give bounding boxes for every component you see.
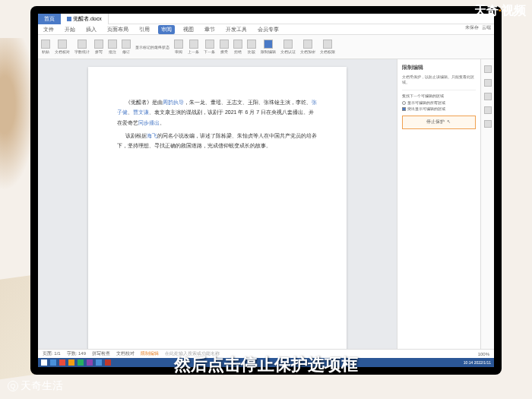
menu-member[interactable]: 会员专享 xyxy=(255,26,281,33)
document-canvas[interactable]: 《觉醒者》是由周韵执导，朱一龙、童瑶、王志文、王阳、张珠铨主演，李乾、张子健、曹… xyxy=(38,59,397,349)
menu-file[interactable]: 文件 xyxy=(41,26,56,33)
ribbon-proof[interactable]: 文档校对 xyxy=(55,40,70,54)
vtool-style-icon[interactable] xyxy=(484,79,492,87)
review-icon xyxy=(174,40,183,49)
ribbon-compare[interactable]: 比较 xyxy=(247,40,256,54)
panel-section-label: 查找下一个可编辑的区域 xyxy=(402,93,476,98)
radio-show-all[interactable]: 显示可编辑的所有区域 xyxy=(402,100,476,105)
next-icon xyxy=(205,40,214,49)
ribbon-comment[interactable]: 批注 xyxy=(108,40,117,54)
prev-icon xyxy=(189,40,198,49)
app-home-tab[interactable]: 首页 xyxy=(38,14,61,24)
status-restrict[interactable]: 限制编辑 xyxy=(141,350,159,357)
status-doccheck[interactable]: 文档校对 xyxy=(116,350,135,357)
ribbon-display[interactable]: 显示标记的最终状态 xyxy=(135,45,169,49)
content-area: 《觉醒者》是由周韵执导，朱一龙、童瑶、王志文、王阳、张珠铨主演，李乾、张子健、曹… xyxy=(38,59,494,349)
stop-protection-button[interactable]: 停止保护 ↖ xyxy=(402,116,476,129)
word-icon xyxy=(67,17,71,21)
paragraph-1: 《觉醒者》是由周韵执导，朱一龙、童瑶、王志文、王阳、张珠铨主演，李乾、张子健、曹… xyxy=(117,97,318,128)
restrict-editing-panel: 限制编辑 文档受保护，以防止误编辑。只能查看此区域。 查找下一个可编辑的区域 显… xyxy=(397,59,480,349)
ribbon-encrypt[interactable]: 文档加密 xyxy=(300,40,315,54)
ribbon-spell[interactable]: 拼写 xyxy=(94,40,103,54)
ribbon: 粘贴 文档校对 字数统计 拼写 批注 修订 显示标记的最终状态 审阅 上一条 下… xyxy=(38,35,494,59)
status-spell[interactable]: 拼写检查 xyxy=(92,350,110,357)
screen: 首页 觉醒者.docx 文件 开始 插入 页面布局 引用 审阅 视图 章节 开发… xyxy=(38,14,494,367)
menu-dev[interactable]: 开发工具 xyxy=(223,26,249,33)
page: 《觉醒者》是由周韵执导，朱一龙、童瑶、王志文、王阳、张珠铨主演，李乾、张子健、曹… xyxy=(88,67,347,349)
encrypt-icon xyxy=(303,40,312,49)
watermark-bottom: Q 天奇生活 xyxy=(8,379,63,393)
task-app-icon[interactable] xyxy=(78,359,84,366)
paste-icon xyxy=(41,40,50,49)
cloud-label: 云端 xyxy=(482,24,491,31)
comment-icon xyxy=(108,40,117,49)
menu-home[interactable]: 开始 xyxy=(62,26,78,33)
compare-icon xyxy=(247,40,256,49)
checkbox-highlight[interactable]: 突出显示可编辑的区域 xyxy=(402,106,476,111)
track-icon xyxy=(122,40,131,49)
status-zoom[interactable]: 100% xyxy=(478,352,489,356)
ribbon-reject[interactable]: 拒绝 xyxy=(233,40,242,54)
ribbon-auth[interactable]: 文档认证 xyxy=(280,40,296,54)
vtool-search-icon[interactable] xyxy=(484,65,492,73)
task-app-icon[interactable] xyxy=(105,359,111,366)
ribbon-wordcount[interactable]: 字数统计 xyxy=(74,40,90,54)
vtool-nav-icon[interactable] xyxy=(484,106,492,114)
count-icon xyxy=(78,40,87,49)
start-icon[interactable] xyxy=(41,359,47,366)
ribbon-restrict[interactable]: 限制编辑 xyxy=(261,40,276,54)
taskbar-clock[interactable]: 10:14 2022/1/11 xyxy=(464,360,491,365)
status-words: 字数: 149 xyxy=(67,350,86,357)
spell-icon xyxy=(94,40,103,49)
task-app-icon[interactable] xyxy=(59,359,65,366)
unsaved-label: 未保存 xyxy=(465,24,479,31)
menu-layout[interactable]: 页面布局 xyxy=(105,26,131,33)
cursor-icon: ↖ xyxy=(445,119,451,126)
panel-description: 文档受保护，以防止误编辑。只能查看此区域。 xyxy=(402,74,476,85)
paragraph-2: 该剧根据海飞的同名小说改编，讲述了陈栋梁、朱怡贞等人在中国共产党员的培养下，坚持… xyxy=(117,131,318,151)
auth-icon xyxy=(283,40,293,49)
radio-icon xyxy=(402,101,406,105)
proof-icon xyxy=(58,40,67,49)
task-app-icon[interactable] xyxy=(50,359,56,366)
checkbox-icon xyxy=(402,107,406,111)
video-caption: 然后点击停止保护选项框 xyxy=(174,353,358,376)
vertical-toolbar xyxy=(480,59,494,349)
menubar: 文件 开始 插入 页面布局 引用 审阅 视图 章节 开发工具 会员专享 未保存 … xyxy=(38,24,494,35)
ribbon-paste[interactable]: 粘贴 xyxy=(41,40,50,54)
menu-view[interactable]: 视图 xyxy=(181,26,196,33)
lock-icon xyxy=(264,40,273,49)
vtool-settings-icon[interactable] xyxy=(484,120,492,128)
menu-review[interactable]: 审阅 xyxy=(158,25,175,34)
status-page: 页面: 1/1 xyxy=(43,350,61,357)
menu-chapter[interactable]: 章节 xyxy=(202,26,217,33)
ribbon-prev[interactable]: 上一条 xyxy=(188,40,199,54)
ribbon-perm[interactable]: 文档权限 xyxy=(320,40,335,54)
logo-icon: Q xyxy=(8,381,18,391)
perm-icon xyxy=(323,40,332,49)
watermark-top: 天奇·视频 xyxy=(474,3,526,19)
header-right: 未保存 云端 xyxy=(465,24,491,31)
panel-title: 限制编辑 xyxy=(402,64,476,71)
monitor-frame: 首页 觉醒者.docx 文件 开始 插入 页面布局 引用 审阅 视图 章节 开发… xyxy=(30,6,502,375)
task-app-icon[interactable] xyxy=(68,359,74,366)
titlebar: 首页 觉醒者.docx xyxy=(38,14,494,24)
reject-icon xyxy=(233,40,242,49)
ribbon-review[interactable]: 审阅 xyxy=(174,40,183,54)
menu-references[interactable]: 引用 xyxy=(137,26,152,33)
document-tab[interactable]: 觉醒者.docx xyxy=(61,14,109,24)
ribbon-next[interactable]: 下一条 xyxy=(204,40,215,54)
accept-icon xyxy=(220,40,229,49)
ribbon-track[interactable]: 修订 xyxy=(122,40,131,54)
ribbon-accept[interactable]: 接受 xyxy=(220,40,229,54)
menu-insert[interactable]: 插入 xyxy=(84,26,99,33)
task-app-icon[interactable] xyxy=(87,359,93,366)
task-app-icon[interactable] xyxy=(96,359,102,366)
vtool-select-icon[interactable] xyxy=(484,93,492,100)
